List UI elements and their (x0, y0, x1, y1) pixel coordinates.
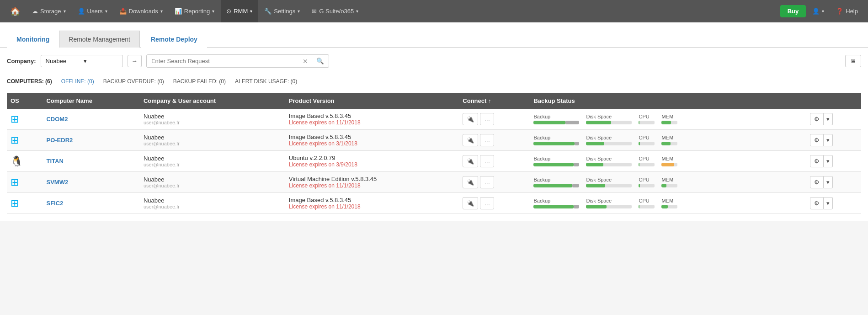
connect-more-button[interactable]: … (480, 134, 494, 146)
connect-plugin-button[interactable]: 🔌 (463, 176, 478, 188)
computer-name-link[interactable]: SVMW2 (46, 179, 68, 186)
gear-button[interactable]: ⚙ (810, 155, 824, 167)
search-input[interactable] (147, 55, 299, 67)
company-name: Nuabee (144, 113, 282, 120)
tab-monitoring[interactable]: Monitoring (7, 31, 59, 48)
connect-more-button[interactable]: … (480, 155, 494, 167)
product-version: Image Based v.5.8.3.45 (289, 197, 455, 203)
gsuite-icon: ✉ (312, 8, 317, 15)
tab-monitoring-label: Monitoring (16, 36, 49, 43)
connect-more-button[interactable]: … (480, 113, 494, 125)
offline-stat[interactable]: OFFLINE: (0) (61, 78, 94, 85)
connect-plugin-button[interactable]: 🔌 (463, 113, 478, 125)
monitor-view-button[interactable]: 🖥 (845, 55, 861, 67)
settings-nav-item[interactable]: 🔧 Settings ▾ (259, 0, 305, 22)
gear-button[interactable]: ⚙ (810, 134, 824, 146)
user-email: user@nuabee.fr (144, 183, 282, 188)
product-version: Image Based v.5.8.3.45 (289, 112, 455, 119)
backup-progress-bar (533, 142, 579, 145)
user-email: user@nuabee.fr (144, 204, 282, 209)
backup-progress-bar (533, 205, 579, 208)
disk-label: Disk Space (586, 135, 632, 140)
tabs-bar: Monitoring Remote Management Remote Depl… (0, 22, 868, 48)
product-cell: Image Based v.5.8.3.45License expires on… (285, 109, 459, 130)
company-dropdown[interactable]: Nuabee ▾ (41, 55, 123, 67)
computer-name-link[interactable]: PO-EDR2 (46, 137, 73, 144)
tab-remote-deploy[interactable]: Remote Deploy (141, 31, 207, 48)
company-value: Nuabee (46, 58, 80, 64)
product-version: Virtual Machine Edition v.5.8.3.45 (289, 176, 455, 182)
connect-plugin-button[interactable]: 🔌 (463, 134, 478, 146)
connect-more-button[interactable]: … (480, 176, 494, 188)
product-cell: Image Based v.5.8.3.45License expires on… (285, 130, 459, 151)
company-user-cell: Nuabeeuser@nuabee.fr (140, 172, 285, 193)
cpu-progress-bar (639, 184, 655, 187)
storage-nav-item[interactable]: ☁ Storage ▾ (27, 0, 71, 22)
users-nav-item[interactable]: 👤 Users ▾ (72, 0, 113, 22)
tab-remote-management[interactable]: Remote Management (59, 31, 140, 48)
rmm-nav-item[interactable]: ⊙ RMM ▾ (221, 0, 258, 22)
col-actions (806, 93, 861, 109)
downloads-nav-item[interactable]: 📥 Downloads ▾ (114, 0, 168, 22)
gear-button[interactable]: ⚙ (810, 113, 824, 125)
gear-dropdown-button[interactable]: ▾ (824, 176, 833, 188)
home-icon[interactable]: 🏠 (5, 6, 26, 16)
rmm-caret-icon: ▾ (250, 9, 252, 14)
gear-cell: ⚙ ▾ (806, 151, 861, 172)
search-button[interactable]: 🔍 (312, 55, 329, 67)
connect-cell: 🔌 … (459, 172, 530, 193)
users-caret-icon: ▾ (105, 9, 107, 14)
backup-label: Backup (533, 135, 579, 140)
company-arrow-button[interactable]: → (128, 55, 142, 67)
gear-button[interactable]: ⚙ (810, 197, 824, 209)
computer-name-link[interactable]: CDOM2 (46, 116, 68, 123)
os-cell: ⊞ (7, 109, 43, 130)
gear-dropdown-button[interactable]: ▾ (824, 113, 833, 125)
connect-plugin-button[interactable]: 🔌 (463, 155, 478, 167)
settings-caret-icon: ▾ (298, 9, 300, 14)
product-cell: Image Based v.5.8.3.45License expires on… (285, 193, 459, 214)
backup-progress-bar (533, 121, 579, 124)
computer-name-link[interactable]: TITAN (46, 158, 63, 165)
cpu-progress-bar (639, 163, 655, 166)
computer-name-link[interactable]: SFIC2 (46, 200, 63, 207)
connect-plugin-button[interactable]: 🔌 (463, 197, 478, 209)
cpu-progress-bar (639, 142, 655, 145)
rmm-label: RMM (234, 8, 248, 15)
search-clear-icon[interactable]: ✕ (299, 58, 312, 65)
backup-status-cell: Backup Disk Space CPU (530, 151, 806, 172)
connect-more-button[interactable]: … (480, 197, 494, 209)
license-expiry: License expires on 3/9/2018 (289, 161, 455, 168)
col-connect[interactable]: Connect ↑ (459, 93, 530, 109)
gear-dropdown-button[interactable]: ▾ (824, 197, 833, 209)
company-user-cell: Nuabeeuser@nuabee.fr (140, 109, 285, 130)
tab-remote-deploy-label: Remote Deploy (151, 36, 197, 43)
col-company-user: Company & User account (140, 93, 285, 109)
gear-dropdown-button[interactable]: ▾ (824, 134, 833, 146)
table-body: ⊞CDOM2Nuabeeuser@nuabee.frImage Based v.… (7, 109, 861, 214)
os-cell: ⊞ (7, 172, 43, 193)
cpu-label: CPU (639, 135, 655, 140)
gear-cell: ⚙ ▾ (806, 193, 861, 214)
gear-dropdown-button[interactable]: ▾ (824, 155, 833, 167)
gear-button[interactable]: ⚙ (810, 176, 824, 188)
backup-failed-stat: BACKUP FAILED: (0) (173, 78, 226, 85)
gsuite-nav-item[interactable]: ✉ G Suite/o365 ▾ (306, 0, 364, 22)
buy-button[interactable]: Buy (780, 5, 806, 17)
os-cell: ⊞ (7, 193, 43, 214)
product-version: Image Based v.5.8.3.45 (289, 133, 455, 140)
disk-progress-bar (586, 142, 632, 145)
mem-label: MEM (661, 135, 677, 140)
alert-disk-stat: ALERT DISK USAGE: (0) (235, 78, 297, 85)
company-dropdown-arrow: ▾ (84, 58, 118, 64)
main-content: Company: Nuabee ▾ → ✕ 🔍 🖥 COMPUTERS: (6)… (0, 48, 868, 221)
license-expiry: License expires on 11/1/2018 (289, 119, 455, 126)
reporting-nav-item[interactable]: 📊 Reporting ▾ (169, 0, 220, 22)
help-nav-item[interactable]: ❓ Help (831, 0, 863, 22)
user-email: user@nuabee.fr (144, 120, 282, 125)
storage-icon: ☁ (32, 8, 38, 15)
users-label: Users (87, 8, 103, 15)
disk-progress-bar (586, 163, 632, 166)
windows-icon: ⊞ (11, 176, 19, 188)
user-menu-item[interactable]: 👤 ▾ (807, 0, 830, 22)
